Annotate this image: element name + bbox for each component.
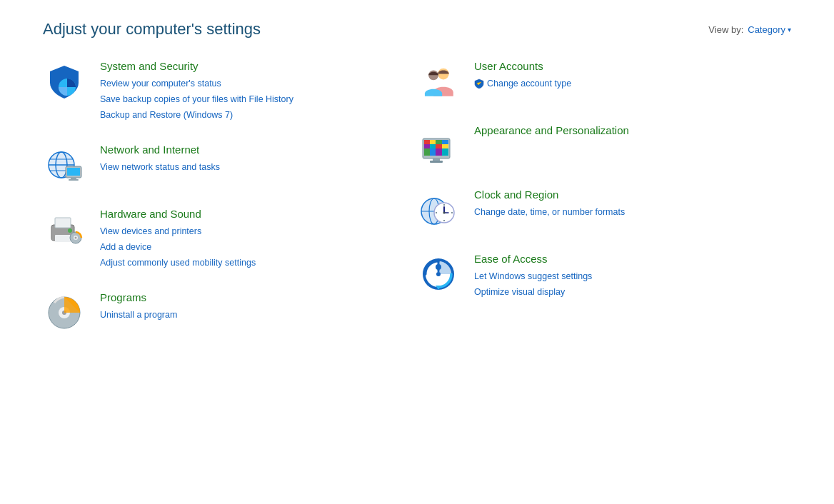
view-by-dropdown[interactable]: Category ▾ bbox=[748, 24, 791, 35]
view-by-value: Category bbox=[748, 24, 785, 35]
category-programs: Programs Uninstall a program bbox=[43, 291, 417, 334]
view-by-label: View by: bbox=[708, 24, 743, 35]
svg-rect-38 bbox=[424, 148, 430, 156]
programs-title[interactable]: Programs bbox=[100, 291, 177, 303]
appearance-icon bbox=[417, 124, 460, 167]
system-security-link-1[interactable]: Review your computer's status bbox=[100, 76, 293, 91]
svg-rect-41 bbox=[442, 148, 448, 156]
svg-rect-43 bbox=[430, 161, 443, 163]
svg-point-20 bbox=[75, 237, 77, 239]
view-by-control: View by: Category ▾ bbox=[708, 24, 791, 35]
svg-rect-39 bbox=[430, 148, 436, 156]
category-hardware-sound: Hardware and Sound View devices and prin… bbox=[43, 208, 417, 270]
category-system-security: System and Security Review your computer… bbox=[43, 60, 417, 122]
page-title: Adjust your computer's settings bbox=[43, 20, 261, 39]
svg-rect-31 bbox=[430, 140, 436, 144]
svg-rect-36 bbox=[436, 144, 442, 148]
user-accounts-title[interactable]: User Accounts bbox=[474, 60, 571, 72]
system-security-text: System and Security Review your computer… bbox=[100, 60, 293, 122]
left-column: System and Security Review your computer… bbox=[43, 60, 417, 334]
hardware-sound-link-1[interactable]: View devices and printers bbox=[100, 224, 256, 238]
user-accounts-text: User Accounts Change account type bbox=[474, 60, 571, 91]
clock-region-link-1[interactable]: Change date, time, or number formats bbox=[474, 205, 625, 219]
svg-rect-33 bbox=[442, 140, 448, 144]
svg-rect-32 bbox=[436, 140, 442, 144]
hardware-sound-link-2[interactable]: Add a device bbox=[100, 240, 256, 254]
system-security-link-3[interactable]: Backup and Restore (Windows 7) bbox=[100, 108, 293, 122]
network-internet-icon bbox=[43, 143, 86, 186]
main-content: System and Security Review your computer… bbox=[0, 53, 834, 363]
svg-point-25 bbox=[438, 69, 449, 80]
page-header: Adjust your computer's settings View by:… bbox=[0, 0, 834, 53]
programs-link-1[interactable]: Uninstall a program bbox=[100, 308, 177, 322]
svg-rect-40 bbox=[436, 148, 442, 156]
chevron-down-icon: ▾ bbox=[788, 26, 791, 34]
svg-rect-8 bbox=[67, 168, 80, 176]
system-security-link-2[interactable]: Save backup copies of your files with Fi… bbox=[100, 92, 293, 106]
network-internet-title[interactable]: Network and Internet bbox=[100, 143, 220, 156]
right-column: User Accounts Change account type bbox=[417, 60, 791, 334]
user-accounts-link-1[interactable]: Change account type bbox=[487, 76, 571, 91]
programs-text: Programs Uninstall a program bbox=[100, 291, 177, 322]
svg-rect-30 bbox=[424, 140, 430, 144]
appearance-text: Appearance and Personalization bbox=[474, 124, 629, 139]
ease-of-access-link-1[interactable]: Let Windows suggest settings bbox=[474, 269, 592, 283]
network-internet-text: Network and Internet View network status… bbox=[100, 143, 220, 174]
svg-rect-35 bbox=[430, 144, 436, 148]
hardware-sound-icon bbox=[43, 208, 86, 251]
programs-icon bbox=[43, 291, 86, 334]
hardware-sound-title[interactable]: Hardware and Sound bbox=[100, 208, 256, 220]
network-internet-link-1[interactable]: View network status and tasks bbox=[100, 160, 220, 174]
ease-of-access-link-2[interactable]: Optimize visual display bbox=[474, 285, 592, 299]
clock-region-text: Clock and Region Change date, time, or n… bbox=[474, 188, 625, 219]
shield-badge-icon bbox=[474, 79, 484, 89]
clock-region-icon bbox=[417, 188, 460, 231]
svg-rect-37 bbox=[442, 144, 448, 148]
hardware-sound-link-3[interactable]: Adjust commonly used mobility settings bbox=[100, 256, 256, 270]
svg-point-61 bbox=[436, 272, 441, 276]
system-security-icon bbox=[43, 60, 86, 103]
svg-rect-10 bbox=[69, 179, 79, 181]
ease-of-access-title[interactable]: Ease of Access bbox=[474, 253, 592, 265]
clock-region-title[interactable]: Clock and Region bbox=[474, 188, 625, 201]
user-accounts-icon bbox=[417, 60, 460, 103]
svg-rect-15 bbox=[55, 235, 71, 242]
ease-of-access-icon bbox=[417, 253, 460, 296]
svg-rect-13 bbox=[55, 218, 71, 228]
category-clock-region: Clock and Region Change date, time, or n… bbox=[417, 188, 791, 231]
svg-point-56 bbox=[443, 212, 446, 214]
svg-point-16 bbox=[68, 228, 72, 233]
system-security-title[interactable]: System and Security bbox=[100, 60, 293, 72]
category-user-accounts: User Accounts Change account type bbox=[417, 60, 791, 103]
category-network-internet: Network and Internet View network status… bbox=[43, 143, 417, 186]
appearance-title[interactable]: Appearance and Personalization bbox=[474, 124, 629, 136]
ease-of-access-text: Ease of Access Let Windows suggest setti… bbox=[474, 253, 592, 299]
category-ease-of-access: Ease of Access Let Windows suggest setti… bbox=[417, 253, 791, 299]
svg-rect-34 bbox=[424, 144, 430, 148]
category-appearance: Appearance and Personalization bbox=[417, 124, 791, 167]
hardware-sound-text: Hardware and Sound View devices and prin… bbox=[100, 208, 256, 270]
